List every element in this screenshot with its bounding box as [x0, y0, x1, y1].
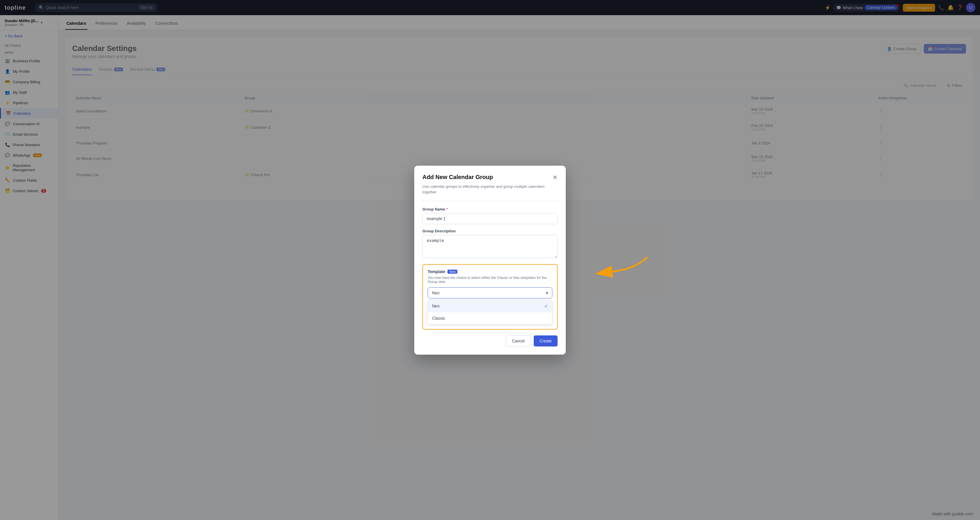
modal-footer: Cancel Create: [422, 335, 558, 346]
modal-description: Use calendar groups to effectively organ…: [422, 184, 558, 195]
check-icon: ✓: [544, 303, 548, 309]
template-select[interactable]: Neo ▾: [428, 287, 552, 298]
option-neo-label: Neo: [432, 304, 440, 308]
chevron-down-icon: ▾: [546, 290, 548, 295]
template-new-badge: New: [447, 270, 457, 274]
template-label: Template: [428, 270, 445, 274]
modal-title: Add New Calendar Group: [422, 174, 493, 181]
cancel-button[interactable]: Cancel: [506, 335, 531, 346]
modal-close-button[interactable]: ✕: [553, 174, 558, 181]
option-classic[interactable]: Classic: [428, 312, 552, 324]
modal-overlay: Add New Calendar Group ✕ Use calendar gr…: [0, 0, 980, 520]
template-description: You now have the choice to select either…: [428, 276, 552, 284]
template-header: Template New: [428, 270, 552, 274]
group-description-label: Group Description: [422, 229, 558, 233]
modal-header: Add New Calendar Group ✕: [422, 174, 558, 181]
group-name-label: Group Name *: [422, 207, 558, 211]
required-indicator: *: [446, 207, 448, 211]
option-classic-label: Classic: [432, 316, 445, 320]
selected-template-label: Neo: [432, 290, 440, 295]
group-description-input[interactable]: example: [422, 235, 558, 258]
create-button[interactable]: Create: [534, 335, 558, 346]
arrow-annotation: [606, 254, 653, 283]
template-section: Template New You now have the choice to …: [422, 264, 558, 330]
group-name-input[interactable]: [422, 213, 558, 224]
template-dropdown-options: Neo ✓ Classic: [428, 300, 552, 324]
add-calendar-group-modal: Add New Calendar Group ✕ Use calendar gr…: [414, 166, 566, 355]
option-neo[interactable]: Neo ✓: [428, 300, 552, 312]
